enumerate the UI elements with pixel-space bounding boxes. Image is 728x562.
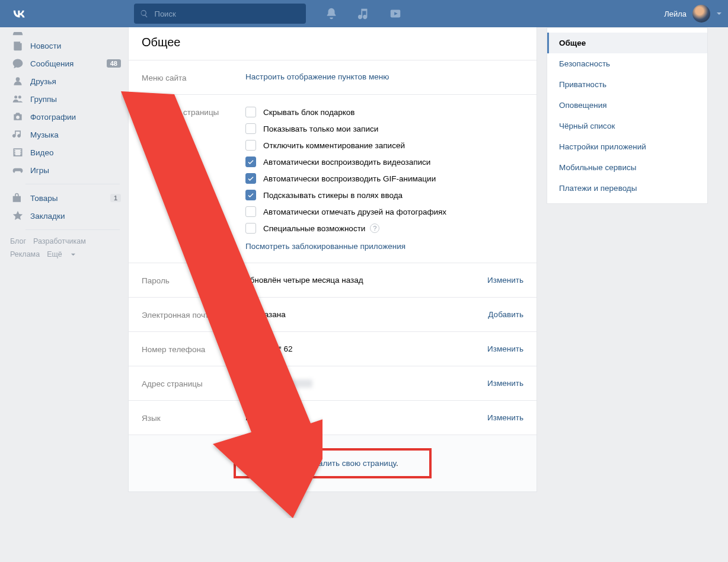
help-icon[interactable]: ? [370, 223, 379, 233]
top-header: Лейла [0, 0, 728, 27]
svg-point-2 [16, 77, 20, 81]
sidebar-item-games[interactable]: Игры [8, 161, 124, 179]
checkbox-label: Автоматически воспроизводить видеозаписи [263, 158, 430, 167]
settings-nav-item[interactable]: Чёрный список [547, 116, 707, 136]
chevron-down-icon [71, 252, 76, 257]
search-input[interactable] [155, 9, 300, 18]
row-label: Настройки страницы [142, 107, 245, 117]
checkbox[interactable] [245, 140, 256, 151]
bell-icon[interactable] [325, 7, 338, 20]
checkbox-label: Автоматически воспроизводить GIF-анимаци… [263, 174, 436, 183]
user-name: Лейла [664, 9, 687, 18]
checkbox-row[interactable]: Автоматически воспроизводить видеозаписи [245, 157, 523, 167]
user-menu[interactable]: Лейла [664, 5, 722, 23]
note-icon [12, 129, 24, 140]
sidebar-item-label: Музыка [30, 130, 121, 139]
divider [25, 184, 120, 184]
sidebar-item-bookmarks[interactable]: Закладки [8, 207, 124, 225]
checkbox[interactable] [245, 157, 256, 167]
delete-page-link[interactable]: удалить свою страницу [310, 459, 396, 468]
checkbox[interactable] [245, 123, 256, 134]
music-icon[interactable] [357, 7, 370, 20]
configure-menu-link[interactable]: Настроить отображение пунктов меню [245, 72, 389, 81]
vk-logo-icon[interactable] [11, 5, 27, 22]
password-change-link[interactable]: Изменить [487, 276, 523, 285]
svg-point-4 [18, 95, 21, 98]
link-more[interactable]: Ещё [47, 250, 76, 258]
checkbox[interactable] [245, 190, 256, 200]
settings-nav-item[interactable]: Настройки приложений [547, 136, 707, 157]
link-blog[interactable]: Блог [10, 237, 26, 245]
video-play-icon[interactable] [389, 7, 402, 20]
chevron-down-icon [716, 11, 722, 17]
checkbox-label: Автоматически отмечать друзей на фотогра… [263, 207, 446, 216]
sidebar-item-video[interactable]: Видео [8, 143, 124, 161]
sidebar-item-news[interactable]: Новости [8, 37, 124, 55]
checkbox-row[interactable]: Подсказывать стикеры в полях ввода [245, 190, 523, 200]
film-icon [12, 146, 24, 158]
sidebar-item-label: Видео [30, 148, 121, 157]
row-label: Адрес страницы [142, 378, 245, 388]
settings-nav-item[interactable]: Безопасность [547, 53, 707, 74]
settings-nav-item[interactable]: Платежи и переводы [547, 178, 707, 199]
sidebar-item-label: Игры [30, 166, 121, 175]
sidebar-item-friends[interactable]: Друзья [8, 72, 124, 90]
checkbox-label: Отключить комментирование записей [263, 141, 405, 150]
address-change-link[interactable]: Изменить [487, 379, 523, 388]
svg-point-3 [14, 95, 17, 98]
row-label: Электронная почта [142, 309, 245, 320]
search-box[interactable] [134, 4, 306, 24]
sidebar-item-market[interactable]: Товары1 [8, 189, 124, 207]
sidebar-item-groups[interactable]: Группы [8, 90, 124, 108]
sidebar-item-my-page[interactable] [8, 32, 124, 37]
bag-icon [12, 192, 24, 204]
settings-nav-item[interactable]: Оповещения [547, 95, 707, 116]
checkbox-label: Специальные возможности [263, 224, 365, 233]
star-icon [12, 210, 24, 222]
redacted-text [265, 379, 312, 388]
sidebar-item-photos[interactable]: Фотографии [8, 108, 124, 126]
checkbox-row[interactable]: Скрывать блок подарков [245, 107, 523, 117]
badge-count: 48 [107, 59, 121, 68]
checkbox[interactable] [245, 107, 256, 117]
delete-account-section: Вы можете удалить свою страницу. [129, 435, 537, 491]
svg-point-5 [16, 116, 20, 119]
blocked-apps-link[interactable]: Посмотреть заблокированные приложения [245, 242, 405, 251]
sidebar-item-label: Закладки [30, 212, 121, 221]
settings-nav-item[interactable]: Мобильные сервисы [547, 157, 707, 178]
checkbox[interactable] [245, 173, 256, 184]
email-value: не указана [245, 310, 481, 319]
sidebar-item-label: Товары [30, 194, 110, 203]
checkbox-row[interactable]: Автоматически отмечать друзей на фотогра… [245, 206, 523, 217]
checkbox[interactable] [245, 223, 256, 234]
sidebar-item-messages[interactable]: Сообщения48 [8, 55, 124, 72]
language-change-link[interactable]: Изменить [487, 413, 523, 422]
sidebar-item-label: Сообщения [30, 59, 107, 68]
person-icon [12, 75, 24, 87]
checkbox-row[interactable]: Показывать только мои записи [245, 123, 523, 134]
row-label: Язык [142, 413, 245, 423]
language-value: Русск. [245, 413, 480, 422]
phone-change-link[interactable]: Изменить [487, 344, 523, 353]
checkbox[interactable] [245, 206, 256, 217]
checkbox-row[interactable]: Специальные возможности? [245, 223, 523, 234]
email-add-link[interactable]: Добавить [488, 310, 523, 319]
checkbox-row[interactable]: Отключить комментирование записей [245, 140, 523, 151]
sidebar-item-music[interactable]: Музыка [8, 126, 124, 143]
settings-nav-item[interactable]: Приватность [547, 74, 707, 95]
link-devs[interactable]: Разработчикам [33, 237, 86, 245]
sidebar-item-label: Фотографии [30, 113, 121, 122]
row-label: Пароль [142, 275, 245, 285]
row-label: Меню сайта [142, 72, 245, 82]
settings-nav: ОбщееБезопасностьПриватностьОповещенияЧё… [547, 27, 708, 204]
password-value: обновлён четыре месяца назад [245, 276, 480, 285]
delete-account-highlight: Вы можете удалить свою страницу. [234, 448, 432, 478]
settings-nav-item[interactable]: Общее [547, 33, 707, 53]
settings-panel: Общее Меню сайта Настроить отображение п… [128, 27, 537, 492]
camera-icon [12, 111, 24, 123]
badge-count: 1 [110, 194, 121, 202]
row-label: Номер телефона [142, 344, 245, 354]
checkbox-row[interactable]: Автоматически воспроизводить GIF-анимаци… [245, 173, 523, 184]
avatar [692, 5, 710, 23]
link-ads[interactable]: Реклама [10, 250, 40, 258]
